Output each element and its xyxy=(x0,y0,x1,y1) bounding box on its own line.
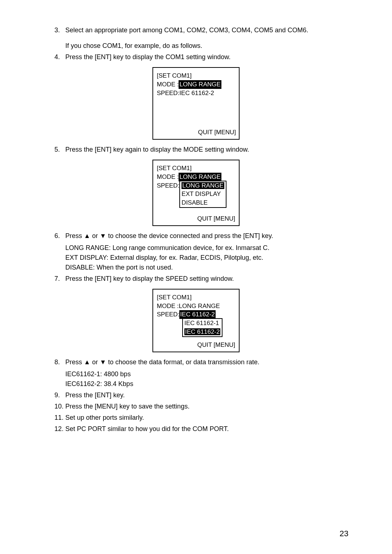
mode-label: MODE : xyxy=(157,173,179,181)
instruction-list-cont: 5. Press the [ENT] key again to display … xyxy=(44,145,348,155)
step-text: Press the [ENT] key to display the SPEED… xyxy=(65,275,234,282)
screen-title: [SET COM1] xyxy=(157,293,235,302)
step-number: 6. xyxy=(54,231,60,241)
step-number: 11. xyxy=(54,413,64,423)
option-long-range: LONG RANGE xyxy=(180,181,225,190)
instruction-list-cont2: 6. Press ▲ or ▼ to choose the device con… xyxy=(44,231,348,284)
speed-value: IEC 61162-2 xyxy=(179,310,215,319)
speed-row: SPEED: LONG RANGE EXT DISPLAY DISABLE xyxy=(157,181,235,208)
step-number: 9. xyxy=(54,390,60,400)
quit-label: QUIT [MENU] xyxy=(157,214,235,223)
mode-label: MODE : xyxy=(157,80,179,89)
step-text: Press the [ENT] key again to display the… xyxy=(65,146,249,153)
step-number: 4. xyxy=(54,52,60,62)
step-text: Press ▲ or ▼ to choose the device connec… xyxy=(65,232,273,239)
step-number: 3. xyxy=(54,25,60,35)
option-iec1: IEC 61162-1 xyxy=(183,319,222,328)
step-9: 9. Press the [ENT] key. xyxy=(54,390,348,400)
screen-com1-speed: [SET COM1] MODE : LONG RANGE SPEED: IEC … xyxy=(152,289,240,352)
step-8-detail-1: IEC61162-1: 4800 bps xyxy=(65,369,348,379)
quit-label: QUIT [MENU] xyxy=(157,341,235,349)
speed-value: IEC 61162-2 xyxy=(179,89,214,98)
step-8: 8. Press ▲ or ▼ to choose the data forma… xyxy=(54,357,348,389)
screen-com1-initial: [SET COM1] MODE : LONG RANGE SPEED: IEC … xyxy=(152,67,240,140)
step-text: Press the [ENT] key. xyxy=(65,391,125,399)
speed-label: SPEED: xyxy=(157,89,179,98)
speed-dropdown: IEC 61162-1 IEC 61162-2 xyxy=(182,318,222,337)
mode-value: LONG RANGE xyxy=(179,173,221,181)
mode-label: MODE : xyxy=(157,302,179,311)
speed-dropdown-row: IEC 61162-1 IEC 61162-2 xyxy=(157,319,235,337)
step-number: 8. xyxy=(54,357,60,367)
option-disable: DISABLE xyxy=(180,198,225,207)
instruction-list: 3. Select an appropriate port among COM1… xyxy=(44,25,348,62)
page-number: 23 xyxy=(340,528,348,539)
step-text: Press the [ENT] key to display the COM1 … xyxy=(65,53,230,61)
speed-row: SPEED: IEC 61162-2 xyxy=(157,310,235,319)
step-8-detail-2: IEC61162-2: 38.4 Kbps xyxy=(65,379,348,389)
step-5: 5. Press the [ENT] key again to display … xyxy=(54,145,348,155)
mode-row: MODE : LONG RANGE xyxy=(157,80,235,89)
mode-row: MODE : LONG RANGE xyxy=(157,302,235,311)
step-6-detail-2: EXT DISPLAY: External display, for ex. R… xyxy=(65,253,348,263)
step-4: 4. Press the [ENT] key to display the CO… xyxy=(54,52,348,62)
step-text: Set PC PORT similar to how you did for t… xyxy=(65,425,229,432)
step-number: 12. xyxy=(54,424,64,434)
instruction-list-cont3: 8. Press ▲ or ▼ to choose the data forma… xyxy=(44,357,348,434)
step-number: 7. xyxy=(54,274,60,284)
step-number: 5. xyxy=(54,145,60,155)
step-text: Select an appropriate port among COM1, C… xyxy=(65,26,308,34)
mode-dropdown: LONG RANGE EXT DISPLAY DISABLE xyxy=(179,181,226,208)
screen-title: [SET COM1] xyxy=(157,164,235,173)
speed-label: SPEED: xyxy=(157,181,179,190)
option-ext-display: EXT DISPLAY xyxy=(180,190,225,198)
step-text: Set up other ports similarly. xyxy=(65,414,144,421)
step-text: Press ▲ or ▼ to choose the data format, … xyxy=(65,358,260,366)
speed-row: SPEED: IEC 61162-2 xyxy=(157,89,235,98)
step-7: 7. Press the [ENT] key to display the SP… xyxy=(54,274,348,284)
step-10: 10. Press the [MENU] key to save the set… xyxy=(54,402,348,411)
mode-value: LONG RANGE xyxy=(179,302,220,311)
step-11: 11. Set up other ports similarly. xyxy=(54,413,348,423)
speed-label: SPEED: xyxy=(157,310,179,319)
step-number: 10. xyxy=(54,402,64,411)
quit-label: QUIT [MENU] xyxy=(198,128,236,137)
screen-com1-mode: [SET COM1] MODE : LONG RANGE SPEED: LONG… xyxy=(152,160,240,226)
step-12: 12. Set PC PORT similar to how you did f… xyxy=(54,424,348,434)
step-3: 3. Select an appropriate port among COM1… xyxy=(54,25,348,51)
mode-value: LONG RANGE xyxy=(179,80,221,89)
option-iec2: IEC 61162-2 xyxy=(183,328,222,336)
step-6-detail-3: DISABLE: When the port is not used. xyxy=(65,263,348,272)
mode-row: MODE : LONG RANGE xyxy=(157,173,235,181)
screen-title: [SET COM1] xyxy=(157,71,235,80)
step-6-detail-1: LONG RANGE: Long range communication dev… xyxy=(65,243,348,253)
step-3-sub: If you chose COM1, for example, do as fo… xyxy=(65,41,348,51)
step-6: 6. Press ▲ or ▼ to choose the device con… xyxy=(54,231,348,272)
step-text: Press the [MENU] key to save the setting… xyxy=(65,403,189,410)
